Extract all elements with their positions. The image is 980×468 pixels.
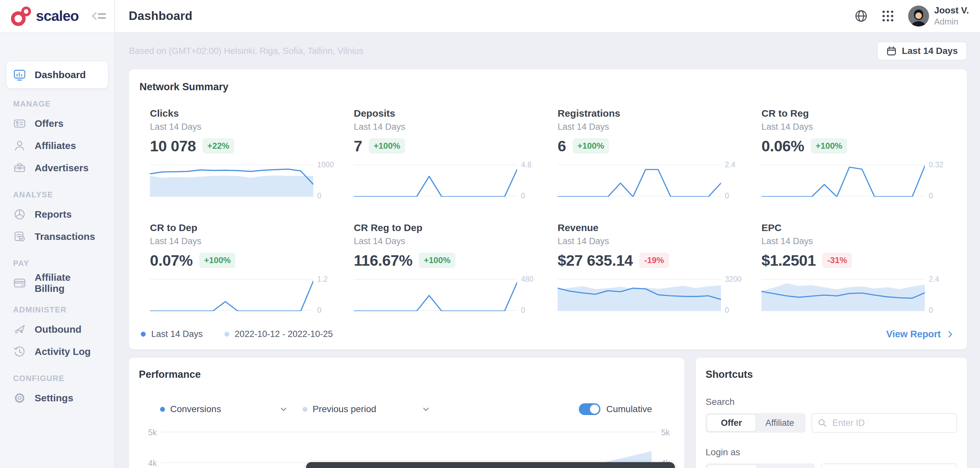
- metric-cr-reg-to-dep: CR Reg to Dep Last 14 Days 116.67% +100%…: [354, 222, 538, 311]
- epc-sparkline: 2.4 0: [762, 279, 925, 311]
- outbound-icon: [13, 322, 27, 337]
- globe-icon[interactable]: [853, 8, 870, 24]
- series-selector-previous-period[interactable]: Previous period: [302, 404, 430, 414]
- legend-current-period: Last 14 Days: [141, 329, 203, 339]
- sidebar-item-label: Affiliates: [35, 140, 76, 151]
- sidebar-item-label: Offers: [35, 118, 64, 129]
- date-range-label: Last 14 Days: [902, 46, 958, 56]
- login-entity-tabs: Affiliate Advertiser: [706, 463, 815, 468]
- sidebar-item-outbound[interactable]: Outbound: [6, 318, 108, 341]
- sidebar-item-label: Transactions: [35, 231, 95, 242]
- search-label: Search: [706, 397, 957, 407]
- sidebar-item-activity-log[interactable]: Activity Log: [6, 341, 108, 363]
- series-selector-conversions[interactable]: Conversions: [160, 404, 288, 414]
- metric-value: 116.67%: [354, 252, 412, 269]
- y-axis-label: 4k: [138, 458, 157, 468]
- metric-cr-to-dep: CR to Dep Last 14 Days 0.07% +100% 1.2 0: [150, 222, 334, 311]
- login-as-row: Affiliate Advertiser: [706, 463, 957, 468]
- cumulative-toggle-label: Cumulative: [606, 404, 652, 414]
- sidebar-section-pay: PAY: [13, 259, 101, 268]
- tab-login-advertiser[interactable]: Advertiser: [757, 465, 813, 468]
- date-range-button[interactable]: Last 14 Days: [877, 41, 967, 60]
- scaleo-logo-icon: [9, 5, 34, 27]
- sidebar-item-reports[interactable]: Reports: [6, 203, 108, 226]
- change-badge: +100%: [199, 253, 236, 268]
- legend-dot-blue: [141, 332, 146, 337]
- metrics-grid: Clicks Last 14 Days 10 078 +22% 1000 0 D…: [129, 108, 967, 311]
- network-summary-title: Network Summary: [129, 81, 967, 93]
- user-menu[interactable]: Joost V. Admin: [908, 5, 969, 27]
- avatar: [908, 6, 929, 27]
- performance-card: Performance Conversions Previous period: [129, 358, 684, 468]
- sidebar-collapse-icon[interactable]: [91, 10, 107, 22]
- search-id-input[interactable]: [811, 413, 957, 433]
- sidebar-item-label: Activity Log: [35, 346, 91, 357]
- sidebar-item-advertisers[interactable]: Advertisers: [6, 157, 108, 179]
- sidebar-item-label: Outbound: [35, 324, 81, 335]
- scaleo-dashboard: scaleo Dashboard: [0, 0, 980, 468]
- transactions-icon: [13, 229, 27, 244]
- change-badge: +100%: [419, 253, 455, 268]
- cumulative-toggle[interactable]: [579, 403, 600, 415]
- change-badge: -31%: [822, 253, 852, 268]
- sidebar-item-label: Settings: [35, 393, 73, 404]
- apps-grid-icon[interactable]: [880, 8, 896, 24]
- y-axis-label: 5k: [138, 428, 157, 437]
- sidebar-item-affiliate-billing[interactable]: Affiliate Billing: [6, 272, 108, 294]
- sidebar-item-offers[interactable]: Offers: [6, 112, 108, 135]
- change-badge: +100%: [369, 138, 406, 154]
- sidebar-item-label: Advertisers: [35, 162, 89, 174]
- metric-value: 0.06%: [762, 137, 804, 155]
- sidebar-logo-area: scaleo: [0, 0, 115, 33]
- settings-icon: [13, 391, 27, 405]
- scaleo-logo: scaleo: [9, 5, 79, 27]
- change-badge: -19%: [639, 253, 669, 268]
- cr-to-dep-sparkline: 1.2 0: [150, 279, 313, 311]
- sidebar-nav: Dashboard MANAGE Offers Affili: [0, 33, 115, 409]
- sidebar-item-label: Dashboard: [35, 69, 86, 80]
- metric-deposits: Deposits Last 14 Days 7 +100% 4.8 0: [354, 108, 538, 197]
- tab-login-affiliate[interactable]: Affiliate: [707, 465, 757, 468]
- change-badge: +100%: [573, 138, 609, 154]
- change-badge: +22%: [202, 138, 234, 154]
- legend-previous-period: 2022-10-12 - 2022-10-25: [224, 329, 333, 339]
- advertisers-icon: [13, 161, 27, 175]
- notification-bar: [306, 462, 675, 468]
- legend-dot-light: [224, 332, 229, 337]
- sidebar-item-affiliates[interactable]: Affiliates: [6, 135, 108, 157]
- tab-offer[interactable]: Offer: [707, 415, 756, 431]
- billing-icon: [13, 276, 27, 290]
- change-badge: +100%: [811, 138, 847, 154]
- series-dot-blue: [160, 407, 165, 412]
- user-role: Admin: [934, 17, 969, 27]
- search-entity-tabs: Offer Affiliate: [706, 413, 805, 433]
- metric-clicks: Clicks Last 14 Days 10 078 +22% 1000 0: [150, 108, 334, 197]
- cr-reg-to-dep-sparkline: 480 0: [354, 279, 517, 311]
- sidebar-item-label: Reports: [35, 209, 72, 220]
- login-id-input[interactable]: [821, 463, 957, 468]
- sidebar-section-configure: CONFIGURE: [13, 374, 101, 383]
- network-summary-card: Network Summary Clicks Last 14 Days 10 0…: [129, 69, 967, 349]
- sidebar-section-analyse: ANALYSE: [13, 190, 101, 199]
- tab-affiliate[interactable]: Affiliate: [756, 415, 804, 431]
- metric-value: 10 078: [150, 137, 196, 155]
- y-axis-label: 5k: [661, 428, 679, 437]
- shortcuts-title: Shortcuts: [706, 369, 957, 380]
- chevron-down-icon: [422, 405, 430, 413]
- sidebar: scaleo Dashboard: [0, 0, 115, 468]
- chevron-right-icon: [945, 330, 955, 339]
- logo-text: scaleo: [36, 8, 79, 24]
- search-row: Offer Affiliate: [706, 413, 957, 433]
- sidebar-item-settings[interactable]: Settings: [6, 387, 108, 409]
- performance-title: Performance: [139, 369, 684, 380]
- metric-epc: EPC Last 14 Days $1.2501 -31% 2.4 0: [762, 222, 945, 311]
- chevron-down-icon: [280, 405, 288, 413]
- metric-value: $1.2501: [762, 252, 816, 269]
- sidebar-item-transactions[interactable]: Transactions: [6, 226, 108, 248]
- metric-value: 7: [354, 137, 362, 155]
- offers-icon: [13, 116, 27, 131]
- series-dot-light: [302, 407, 307, 412]
- metric-cr-to-reg: CR to Reg Last 14 Days 0.06% +100% 0.32 …: [762, 108, 945, 197]
- view-report-link[interactable]: View Report: [886, 329, 955, 339]
- sidebar-item-dashboard[interactable]: Dashboard: [6, 61, 108, 88]
